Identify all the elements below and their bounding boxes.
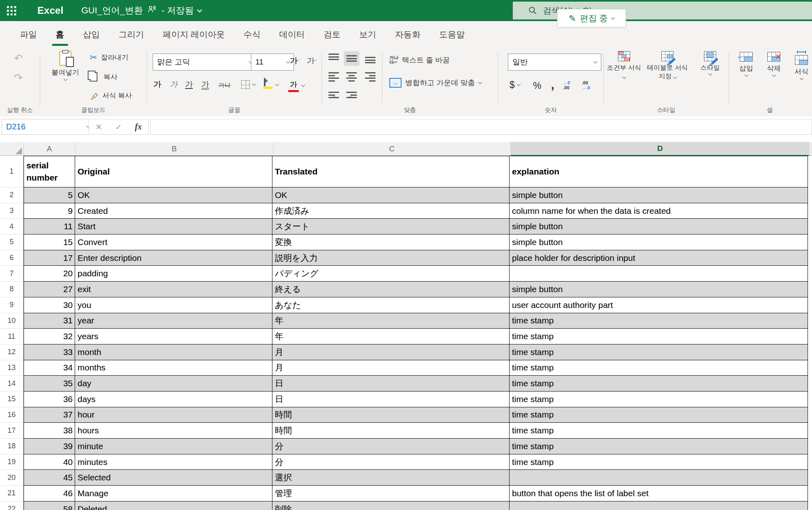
align-right-button[interactable] xyxy=(365,72,376,82)
increase-indent-button[interactable]: → xyxy=(346,92,357,98)
cell-extra[interactable] xyxy=(808,376,812,392)
cell-extra[interactable] xyxy=(808,219,812,235)
merge-center-button[interactable]: ↔ 병합하고 가운데 맞춤 xyxy=(389,78,482,88)
row-number[interactable]: 4 xyxy=(0,219,24,235)
cell-translated[interactable]: 日 xyxy=(272,376,510,392)
cell-translated[interactable]: 月 xyxy=(272,344,510,360)
cell-translated[interactable]: 管理 xyxy=(272,486,510,501)
row-number[interactable]: 14 xyxy=(0,376,24,392)
strikethrough-button[interactable]: 가나 xyxy=(218,82,231,88)
file-name[interactable]: GUI_언어_변환 xyxy=(81,4,143,17)
cell-serial-number[interactable]: 36 xyxy=(24,392,75,407)
column-header-a[interactable]: A xyxy=(24,142,76,156)
cell-original[interactable]: years xyxy=(75,329,272,344)
row-number[interactable]: 3 xyxy=(0,203,24,219)
cell-serial-number[interactable]: 9 xyxy=(24,203,75,219)
saved-status[interactable]: - 저장됨 xyxy=(162,4,194,17)
cell-translated[interactable]: 時間 xyxy=(272,407,510,423)
cell-serial-number[interactable]: 17 xyxy=(24,250,75,266)
align-left-button[interactable] xyxy=(328,72,339,82)
cell-extra[interactable] xyxy=(808,423,812,439)
cell-explanation[interactable] xyxy=(510,470,808,486)
cell-explanation[interactable]: time stamp xyxy=(510,439,808,454)
cell-explanation[interactable] xyxy=(510,501,808,510)
row-number[interactable]: 15 xyxy=(0,392,24,407)
redo-button[interactable]: ↷ xyxy=(14,72,23,83)
cell-explanation[interactable]: simple button xyxy=(510,282,808,297)
cell-explanation[interactable]: time stamp xyxy=(510,407,808,423)
format-as-table-button[interactable]: 테이블로 서식 지정 xyxy=(644,51,691,80)
cell-translated[interactable]: 削除 xyxy=(272,501,510,510)
align-top-button[interactable] xyxy=(328,54,339,63)
cell-extra[interactable] xyxy=(808,266,812,282)
cell-explanation[interactable]: time stamp xyxy=(510,454,808,470)
delete-cells-button[interactable]: ✕ 삭제 xyxy=(762,52,786,76)
cell-serial-number[interactable]: 31 xyxy=(24,313,75,329)
cell-original[interactable]: year xyxy=(75,313,272,329)
wrap-text-button[interactable]: 가나 다↵ 텍스트 줄 바꿈 xyxy=(389,55,450,65)
cell-explanation[interactable]: column name for when the data is created xyxy=(510,203,808,219)
cell-serial-number[interactable]: 39 xyxy=(24,439,75,454)
cell-original[interactable]: minutes xyxy=(75,454,272,470)
currency-format-button[interactable]: $ xyxy=(510,80,520,90)
name-box[interactable]: D216 xyxy=(2,119,94,135)
cell-serial-number[interactable]: 11 xyxy=(24,219,75,235)
cell-translated[interactable]: 終える xyxy=(272,282,510,297)
cell-original[interactable]: hours xyxy=(75,423,272,439)
italic-button[interactable]: 가 xyxy=(170,80,177,88)
row-number[interactable]: 12 xyxy=(0,344,24,360)
column-header-b[interactable]: B xyxy=(76,142,273,156)
cell-translated[interactable]: 説明を入力 xyxy=(272,250,510,266)
cell-explanation[interactable]: time stamp xyxy=(510,360,808,376)
borders-button[interactable] xyxy=(241,80,255,89)
tab-4[interactable]: 페이지 레이아웃 xyxy=(153,21,234,48)
cell-explanation[interactable]: button that opens the list of label set xyxy=(510,486,808,501)
align-center-button[interactable] xyxy=(346,72,357,82)
number-format-dropdown[interactable]: 일반 xyxy=(508,54,601,71)
row-number[interactable]: 18 xyxy=(0,439,24,454)
cell-serial-number[interactable]: 33 xyxy=(24,344,75,360)
row-number[interactable]: 20 xyxy=(0,470,24,486)
cell-serial-number[interactable]: 32 xyxy=(24,329,75,344)
row-number[interactable]: 8 xyxy=(0,282,24,297)
cell-explanation[interactable]: time stamp xyxy=(510,329,808,344)
row-number[interactable]: 5 xyxy=(0,235,24,250)
cell-original[interactable]: you xyxy=(75,297,272,313)
cell-explanation[interactable]: simple button xyxy=(510,219,808,235)
cell-original[interactable]: day xyxy=(75,376,272,392)
double-underline-button[interactable]: 가 xyxy=(201,80,209,90)
decrease-indent-button[interactable]: ← xyxy=(328,92,339,98)
confirm-entry-button[interactable]: ✓ xyxy=(115,122,122,132)
font-color-button[interactable]: 가 xyxy=(288,80,304,92)
row-number[interactable]: 10 xyxy=(0,313,24,329)
chevron-down-icon[interactable] xyxy=(197,7,202,13)
row-number[interactable]: 7 xyxy=(0,266,24,282)
editing-mode-button[interactable]: ✎ 편집 중 xyxy=(557,9,626,28)
cell-extra[interactable] xyxy=(808,486,812,501)
cell-serial-number[interactable]: 35 xyxy=(24,376,75,392)
row-number[interactable]: 1 xyxy=(0,156,24,187)
app-launcher-icon[interactable] xyxy=(7,6,16,15)
cell-extra[interactable] xyxy=(808,250,812,266)
cell-original[interactable]: padding xyxy=(75,266,272,282)
cell-serial-number[interactable]: 30 xyxy=(24,297,75,313)
cell-serial-number[interactable]: 46 xyxy=(24,486,75,501)
cell-original[interactable]: Created xyxy=(75,203,272,219)
cell-extra[interactable] xyxy=(808,439,812,454)
increase-decimal-button[interactable]: ←0.00 xyxy=(563,80,570,90)
conditional-formatting-button[interactable]: 조건부 서식 xyxy=(605,51,643,80)
cell-translated[interactable]: 選択 xyxy=(272,470,510,486)
cell-serial-number[interactable]: 5 xyxy=(24,187,75,203)
cell-original[interactable]: Start xyxy=(75,219,272,235)
insert-cells-button[interactable]: ← 삽입 xyxy=(734,52,758,76)
row-number[interactable]: 11 xyxy=(0,329,24,344)
cell-extra[interactable] xyxy=(808,187,812,203)
cell-translated[interactable]: 時間 xyxy=(272,423,510,439)
cell-explanation[interactable]: time stamp xyxy=(510,344,808,360)
header-translated[interactable]: Translated xyxy=(272,156,510,187)
cell-translated[interactable]: 変換 xyxy=(272,235,510,250)
cell-explanation[interactable]: place holder for description input xyxy=(510,250,808,266)
cell-translated[interactable]: 作成済み xyxy=(272,203,510,219)
tab-6[interactable]: 데이터 xyxy=(270,21,314,48)
shrink-font-button[interactable]: 가ˇ xyxy=(307,57,317,65)
